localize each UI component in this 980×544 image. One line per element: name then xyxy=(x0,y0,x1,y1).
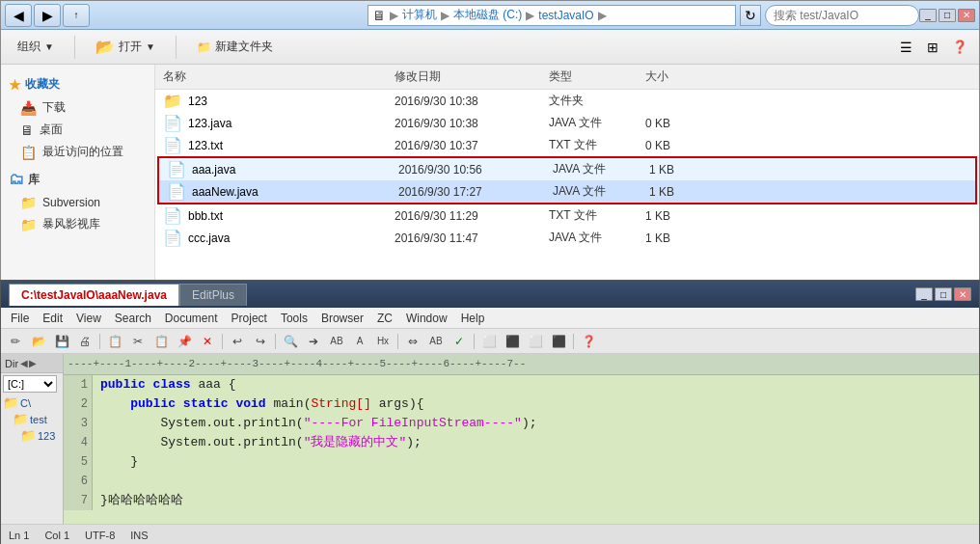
tool-btn-20[interactable]: ✓ xyxy=(449,332,470,351)
toolbar-separator-1 xyxy=(74,36,75,59)
editor-tab-file[interactable]: C:\testJavaIO\aaaNew.java xyxy=(9,284,179,306)
sidebar-item-download[interactable]: 📥 下载 xyxy=(1,96,154,119)
help-button[interactable]: ❓ xyxy=(948,37,971,58)
status-line: Ln 1 xyxy=(9,530,29,541)
new-folder-button[interactable]: 📁 新建文件夹 xyxy=(188,35,282,59)
menu-tools[interactable]: Tools xyxy=(275,310,313,327)
tool-btn-24[interactable]: ⬛ xyxy=(548,332,569,351)
tool-print[interactable]: 🖨 xyxy=(74,332,95,351)
tool-save[interactable]: 💾 xyxy=(51,332,72,351)
menu-document[interactable]: Document xyxy=(159,310,224,327)
dir-drive-selector[interactable]: [C:] xyxy=(3,375,57,393)
tool-btn-19[interactable]: AB xyxy=(425,332,447,351)
col-header-type[interactable]: 类型 xyxy=(541,67,638,87)
file-row-123java[interactable]: 📄123.java 2016/9/30 10:38 JAVA 文件 0 KB xyxy=(155,112,979,134)
dir-item-test[interactable]: 📁 test xyxy=(1,411,63,427)
file-row-aaanewjava[interactable]: 📄aaaNew.java 2016/9/30 17:27 JAVA 文件 1 K… xyxy=(159,180,975,203)
menu-file[interactable]: File xyxy=(5,310,35,327)
tool-undo[interactable]: ↩ xyxy=(227,332,248,351)
code-token-1-2: aaa { xyxy=(191,375,236,394)
file-row-cccjava[interactable]: 📄ccc.java 2016/9/30 11:47 JAVA 文件 1 KB xyxy=(155,227,979,249)
view-buttons: ☰ ⊞ ❓ xyxy=(894,37,971,58)
file-list: 名称 修改日期 类型 大小 📁123 2016/9/30 10:38 文件夹 📄… xyxy=(155,65,979,281)
menu-edit[interactable]: Edit xyxy=(37,310,68,327)
tool-help[interactable]: ❓ xyxy=(578,332,599,351)
up-button[interactable]: ↑ xyxy=(63,4,90,27)
desktop-icon: 🖥 xyxy=(20,122,34,138)
editor-tab-editplus[interactable]: EditPlus xyxy=(179,284,247,306)
minimize-button[interactable]: _ xyxy=(919,9,937,22)
address-bar[interactable]: 🖥 ▶ 计算机 ▶ 本地磁盘 (C:) ▶ testJavaIO ▶ xyxy=(368,5,736,26)
favorites-header[interactable]: ★ 收藏夹 xyxy=(1,72,154,96)
tool-sep-1 xyxy=(99,334,100,349)
code-area[interactable]: 1 2 3 4 5 6 7 public class aaa { xyxy=(64,375,979,524)
breadcrumb-folder[interactable]: testJavaIO xyxy=(538,9,593,22)
back-button[interactable]: ◀ xyxy=(5,4,32,27)
tool-btn-23[interactable]: ⬜ xyxy=(525,332,546,351)
file-row-aaajava[interactable]: 📄aaa.java 2016/9/30 10:56 JAVA 文件 1 KB xyxy=(159,158,975,180)
organize-button[interactable]: 组织 ▼ xyxy=(9,35,63,59)
tool-btn-8[interactable]: 📌 xyxy=(174,332,195,351)
menu-view[interactable]: View xyxy=(70,310,107,327)
editor-maximize-button[interactable]: □ xyxy=(935,287,952,301)
maximize-button[interactable]: □ xyxy=(939,9,956,22)
sidebar-item-storm[interactable]: 📁 暴风影视库 xyxy=(1,213,154,235)
breadcrumb-computer[interactable]: 计算机 xyxy=(402,7,437,23)
tool-find-next[interactable]: ➔ xyxy=(303,332,324,351)
line-num-2: 2 xyxy=(68,394,88,414)
tool-btn-5[interactable]: 📋 xyxy=(104,332,125,351)
menu-help[interactable]: Help xyxy=(455,310,491,327)
col-header-name[interactable]: 名称 xyxy=(155,67,387,87)
menu-window[interactable]: Window xyxy=(400,310,453,327)
tool-btn-16[interactable]: A xyxy=(349,332,370,351)
breadcrumb-drive[interactable]: 本地磁盘 (C:) xyxy=(453,7,522,23)
tool-redo[interactable]: ↪ xyxy=(250,332,271,351)
dir-item-root[interactable]: 📁 C\ xyxy=(1,394,63,411)
tool-btn-7[interactable]: 📋 xyxy=(150,332,172,351)
col-header-date[interactable]: 修改日期 xyxy=(387,67,541,87)
menu-zc[interactable]: ZC xyxy=(371,310,398,327)
txt-file-icon: 📄 xyxy=(163,136,182,154)
sidebar-item-recent[interactable]: 📋 最近访问的位置 xyxy=(1,141,154,163)
file-row-folder-123[interactable]: 📁123 2016/9/30 10:38 文件夹 xyxy=(155,90,979,112)
tool-btn-17[interactable]: Hx xyxy=(372,332,394,351)
menu-search[interactable]: Search xyxy=(109,310,157,327)
recent-icon: 📋 xyxy=(20,145,37,160)
dir-arrow-right[interactable]: ▶ xyxy=(29,358,37,368)
search-input[interactable] xyxy=(765,5,919,26)
close-button[interactable]: ✕ xyxy=(958,9,975,22)
line-num-5: 5 xyxy=(68,452,88,472)
code-wrapper: 1 2 3 4 5 6 7 public class aaa { xyxy=(64,375,979,510)
menu-project[interactable]: Project xyxy=(226,310,273,327)
view-details-button[interactable]: ☰ xyxy=(894,37,917,58)
bbb-txt-icon: 📄 xyxy=(163,206,182,225)
file-row-bbbtxt[interactable]: 📄bbb.txt 2016/9/30 11:29 TXT 文件 1 KB xyxy=(155,204,979,227)
tool-replace[interactable]: AB xyxy=(326,332,347,351)
dir-folder-icon-123: 📁 xyxy=(20,428,36,443)
editor-close-button[interactable]: ✕ xyxy=(954,287,971,301)
forward-button[interactable]: ▶ xyxy=(34,4,61,27)
tool-open[interactable]: 📂 xyxy=(28,332,49,351)
ruler-content: ----+----1----+----2----+----3----+----4… xyxy=(64,358,526,369)
dir-arrow-left[interactable]: ◀ xyxy=(20,358,28,368)
col-header-size[interactable]: 大小 xyxy=(638,67,715,87)
dir-item-123[interactable]: 📁 123 xyxy=(1,427,63,444)
menu-browser[interactable]: Browser xyxy=(315,310,369,327)
file-row-123txt[interactable]: 📄123.txt 2016/9/30 10:37 TXT 文件 0 KB xyxy=(155,134,979,156)
tool-btn-9[interactable]: ✕ xyxy=(197,332,218,351)
tool-new[interactable]: ✏ xyxy=(5,332,26,351)
sidebar-item-desktop[interactable]: 🖥 桌面 xyxy=(1,119,154,141)
dir-item-123-label: 123 xyxy=(38,430,55,442)
code-line-2: public static void main( String[] args){ xyxy=(100,394,971,414)
refresh-button[interactable]: ↻ xyxy=(740,5,761,26)
tool-find[interactable]: 🔍 xyxy=(280,332,301,351)
tool-sep-2 xyxy=(222,334,223,349)
view-btn-2[interactable]: ⊞ xyxy=(921,37,944,58)
editor-minimize-button[interactable]: _ xyxy=(915,287,933,301)
sidebar-item-subversion[interactable]: 📁 Subversion xyxy=(1,192,154,213)
open-button[interactable]: 📂 打开 ▼ xyxy=(87,34,164,60)
tool-btn-21[interactable]: ⬜ xyxy=(478,332,500,351)
tool-btn-6[interactable]: ✂ xyxy=(127,332,149,351)
tool-btn-22[interactable]: ⬛ xyxy=(502,332,523,351)
tool-wordwrap[interactable]: ⇔ xyxy=(402,332,423,351)
